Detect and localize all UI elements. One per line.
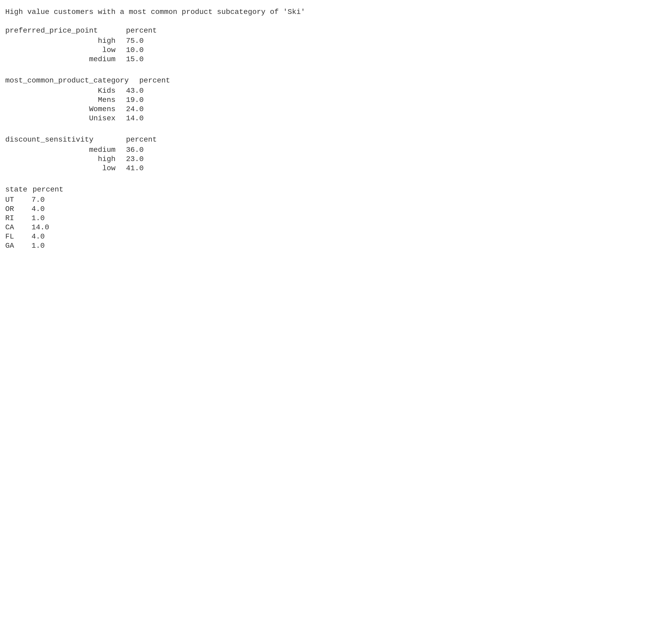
col-percent-header-most_common_product_category: percent [139, 76, 170, 85]
table-row: medium36.0 [5, 146, 667, 154]
table-row: Mens19.0 [5, 96, 667, 104]
cell-label: Womens [5, 105, 116, 113]
cell-value: 24.0 [126, 105, 144, 113]
table-row: Womens24.0 [5, 105, 667, 113]
cell-value: 75.0 [126, 37, 144, 45]
col-percent-header-state: percent [32, 185, 64, 194]
cell-label: OR [5, 205, 26, 213]
cell-value: 7.0 [31, 196, 44, 204]
cell-value: 14.0 [31, 223, 49, 231]
cell-value: 1.0 [31, 242, 44, 250]
table-row: CA14.0 [5, 223, 667, 231]
page-title: High value customers with a most common … [5, 8, 667, 16]
section-discount_sensitivity: discount_sensitivitypercentmedium36.0hig… [5, 136, 667, 172]
col-label-discount_sensitivity: discount_sensitivity [5, 136, 116, 144]
table-row: GA1.0 [5, 242, 667, 250]
cell-label: medium [5, 55, 116, 63]
table-row: RI1.0 [5, 214, 667, 222]
col-label-most_common_product_category: most_common_product_category [5, 76, 129, 85]
cell-label: low [5, 46, 116, 54]
cell-label: RI [5, 214, 26, 222]
cell-label: GA [5, 242, 26, 250]
table-row: high23.0 [5, 155, 667, 163]
cell-value: 4.0 [31, 205, 44, 213]
table-row: low41.0 [5, 164, 667, 172]
cell-label: CA [5, 223, 26, 231]
cell-label: high [5, 37, 116, 45]
table-row: OR4.0 [5, 205, 667, 213]
col-label-state: state [5, 185, 27, 194]
section-header-discount_sensitivity: discount_sensitivitypercent [5, 136, 667, 144]
section-most_common_product_category: most_common_product_categorypercentKids4… [5, 76, 667, 123]
table-row: medium15.0 [5, 55, 667, 63]
cell-label: Kids [5, 87, 116, 95]
cell-label: Unisex [5, 114, 116, 123]
cell-label: low [5, 164, 116, 172]
cell-label: UT [5, 196, 26, 204]
cell-value: 41.0 [126, 164, 144, 172]
table-row: Kids43.0 [5, 87, 667, 95]
cell-value: 19.0 [126, 96, 144, 104]
col-percent-header-discount_sensitivity: percent [126, 136, 157, 144]
table-row: UT7.0 [5, 196, 667, 204]
section-header-most_common_product_category: most_common_product_categorypercent [5, 76, 667, 85]
cell-value: 15.0 [126, 55, 144, 63]
col-percent-header-preferred_price_point: percent [126, 27, 157, 35]
col-label-preferred_price_point: preferred_price_point [5, 27, 116, 35]
cell-value: 14.0 [126, 114, 144, 123]
cell-value: 23.0 [126, 155, 144, 163]
cell-value: 43.0 [126, 87, 144, 95]
cell-label: medium [5, 146, 116, 154]
table-row: high75.0 [5, 37, 667, 45]
table-row: FL4.0 [5, 232, 667, 241]
cell-label: FL [5, 232, 26, 241]
cell-value: 4.0 [31, 232, 44, 241]
section-preferred_price_point: preferred_price_pointpercenthigh75.0low1… [5, 27, 667, 63]
table-row: Unisex14.0 [5, 114, 667, 123]
cell-value: 1.0 [31, 214, 44, 222]
cell-value: 10.0 [126, 46, 144, 54]
section-header-preferred_price_point: preferred_price_pointpercent [5, 27, 667, 35]
table-row: low10.0 [5, 46, 667, 54]
cell-label: Mens [5, 96, 116, 104]
section-header-state: statepercent [5, 185, 667, 194]
cell-value: 36.0 [126, 146, 144, 154]
cell-label: high [5, 155, 116, 163]
section-state: statepercentUT7.0OR4.0RI1.0CA14.0FL4.0GA… [5, 185, 667, 250]
